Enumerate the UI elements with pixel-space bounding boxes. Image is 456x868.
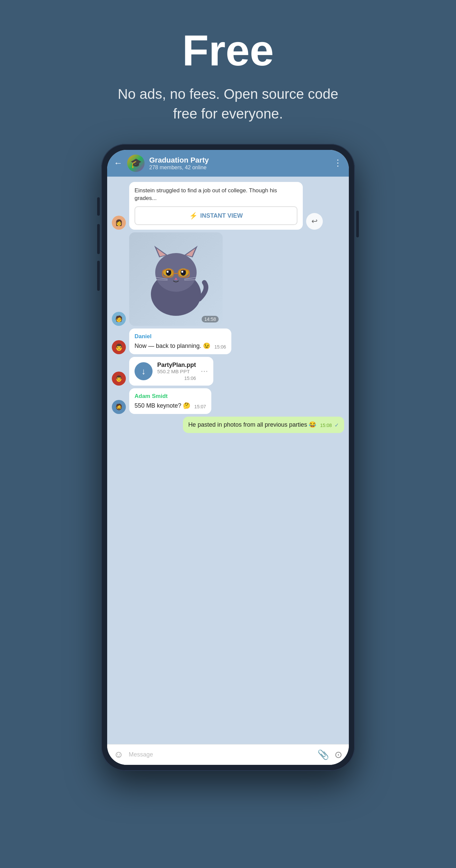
group-name: Graduation Party — [149, 156, 329, 164]
table-row: 🧔 Adam Smidt 550 MB keynote? 🤔 15:07 — [112, 388, 344, 414]
message-input-placeholder[interactable]: Message — [129, 751, 312, 758]
file-bubble: ↓ PartyPlan.ppt 550.2 MB PPT 15:06 ⋯ — [129, 357, 213, 385]
own-message-bubble: He pasted in photos from all previous pa… — [183, 416, 344, 433]
avatar: 👨 — [112, 372, 126, 385]
message-text: 550 MB keynote? 🤔 — [134, 402, 190, 410]
svg-point-11 — [181, 271, 183, 273]
back-button[interactable]: ← — [114, 158, 123, 168]
table-row: 👨 Daniel Now — back to planning. 😉 15:06 — [112, 329, 344, 354]
message-bubble: Adam Smidt 550 MB keynote? 🤔 15:07 — [129, 388, 211, 414]
table-row: 👨 ↓ PartyPlan.ppt 550.2 MB PPT 15:06 ⋯ — [112, 357, 344, 385]
group-members: 278 members, 42 online — [149, 164, 329, 170]
camera-button[interactable]: ⊙ — [334, 749, 342, 760]
message-time: 15:08 ✓ — [320, 422, 339, 429]
svg-point-1 — [155, 253, 196, 292]
hero-section: Free No ads, no fees. Open source code f… — [98, 0, 358, 144]
sticker-bubble: A = πr²V = l³P = 2πrA = πr²s = √(r² + h²… — [129, 232, 223, 326]
group-info: Graduation Party 278 members, 42 online — [149, 156, 329, 170]
message-content: He pasted in photos from all previous pa… — [188, 421, 339, 429]
sticker-time: 14:58 — [202, 316, 219, 322]
power-button — [356, 211, 359, 237]
bolt-icon: ⚡ — [189, 212, 197, 220]
sender-name: Daniel — [134, 333, 226, 341]
group-avatar: 🎓 — [127, 155, 145, 172]
file-size: 550.2 MB PPT — [157, 369, 196, 374]
message-content: 550 MB keynote? 🤔 15:07 — [134, 402, 206, 410]
table-row: 👩 Einstein struggled to find a job out o… — [112, 182, 344, 230]
download-button[interactable]: ↓ — [134, 362, 153, 380]
file-time: 15:06 — [157, 376, 196, 381]
sticker-image: A = πr²V = l³P = 2πrA = πr²s = √(r² + h²… — [129, 232, 223, 326]
emoji-button[interactable]: ☺ — [114, 749, 123, 760]
file-menu-button[interactable]: ⋯ — [201, 367, 208, 376]
checkmark-icon: ✓ — [334, 422, 339, 428]
silent-button — [97, 261, 100, 291]
phone-wrapper: ← 🎓 Graduation Party 278 members, 42 onl… — [101, 144, 355, 771]
link-preview-bubble: Einstein struggled to find a job out of … — [129, 182, 303, 230]
instant-view-label: INSTANT VIEW — [200, 212, 243, 219]
avatar: 👩 — [112, 216, 126, 230]
table-row: 🧑 A = πr²V = l³P = 2πrA = πr²s = √(r² + … — [112, 232, 344, 326]
table-row: He pasted in photos from all previous pa… — [112, 416, 344, 433]
phone-outer: ← 🎓 Graduation Party 278 members, 42 onl… — [101, 144, 355, 771]
link-preview-text: Einstein struggled to find a job out of … — [134, 187, 298, 203]
avatar: 🧑 — [112, 312, 126, 326]
message-text: He pasted in photos from all previous pa… — [188, 421, 316, 429]
phone-screen: ← 🎓 Graduation Party 278 members, 42 onl… — [107, 150, 349, 765]
file-name: PartyPlan.ppt — [157, 362, 196, 369]
volume-down-button — [97, 224, 100, 254]
message-bubble: Daniel Now — back to planning. 😉 15:06 — [129, 329, 231, 354]
svg-line-19 — [184, 280, 196, 280]
input-bar: ☺ Message 📎 ⊙ — [107, 744, 349, 765]
volume-up-button — [97, 197, 100, 216]
message-time: 15:06 — [214, 344, 226, 350]
share-button[interactable]: ↩ — [306, 213, 323, 230]
chat-header: ← 🎓 Graduation Party 278 members, 42 onl… — [107, 150, 349, 177]
hero-subtitle: No ads, no fees. Open source code free f… — [111, 85, 345, 124]
avatar: 👨 — [112, 340, 126, 354]
chat-body: 👩 Einstein struggled to find a job out o… — [107, 177, 349, 744]
message-content: Now — back to planning. 😉 15:06 — [134, 342, 226, 350]
cat-sticker-svg — [143, 242, 209, 316]
svg-point-10 — [166, 271, 169, 273]
file-info: PartyPlan.ppt 550.2 MB PPT 15:06 — [157, 362, 196, 381]
message-time: 15:07 — [194, 404, 206, 410]
attach-button[interactable]: 📎 — [317, 749, 329, 760]
instant-view-button[interactable]: ⚡ INSTANT VIEW — [134, 206, 298, 225]
message-text: Now — back to planning. 😉 — [134, 342, 210, 350]
hero-title: Free — [111, 27, 345, 74]
header-menu-button[interactable]: ⋮ — [333, 158, 342, 168]
svg-line-17 — [156, 280, 168, 280]
sender-name: Adam Smidt — [134, 392, 206, 400]
avatar: 🧔 — [112, 400, 126, 414]
